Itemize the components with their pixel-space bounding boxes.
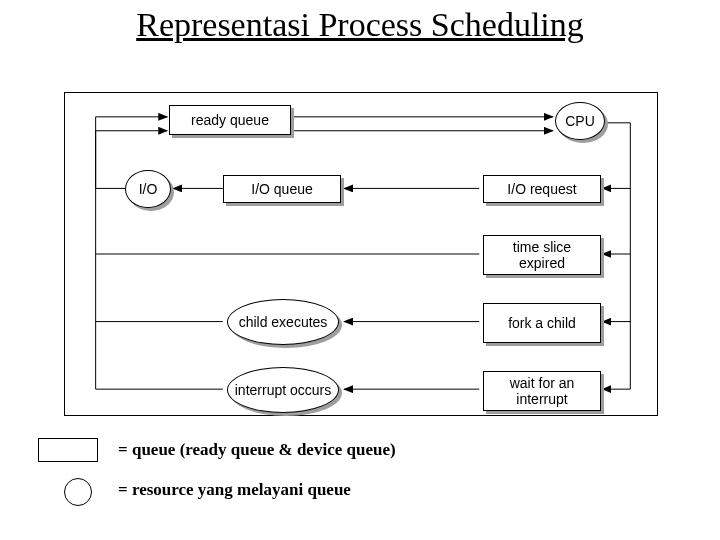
node-cpu: CPU (555, 102, 605, 140)
slide-title: Representasi Process Scheduling (0, 0, 720, 43)
legend-resource-text: = resource yang melayani queue (118, 480, 378, 500)
node-io-request: I/O request (483, 175, 601, 203)
legend-queue-text: = queue (ready queue & device queue) (118, 440, 396, 460)
node-ready-queue: ready queue (169, 105, 291, 135)
diagram-frame: ready queue CPU I/O I/O queue I/O reques… (64, 92, 658, 416)
node-interrupt-occurs: interrupt occurs (227, 367, 339, 413)
node-io: I/O (125, 170, 171, 208)
node-time-slice-expired: time slice expired (483, 235, 601, 275)
node-wait-for-interrupt: wait for an interrupt (483, 371, 601, 411)
legend-resource-icon (64, 478, 92, 506)
node-io-queue: I/O queue (223, 175, 341, 203)
node-fork-a-child: fork a child (483, 303, 601, 343)
legend-queue-icon (38, 438, 98, 462)
node-child-executes: child executes (227, 299, 339, 345)
